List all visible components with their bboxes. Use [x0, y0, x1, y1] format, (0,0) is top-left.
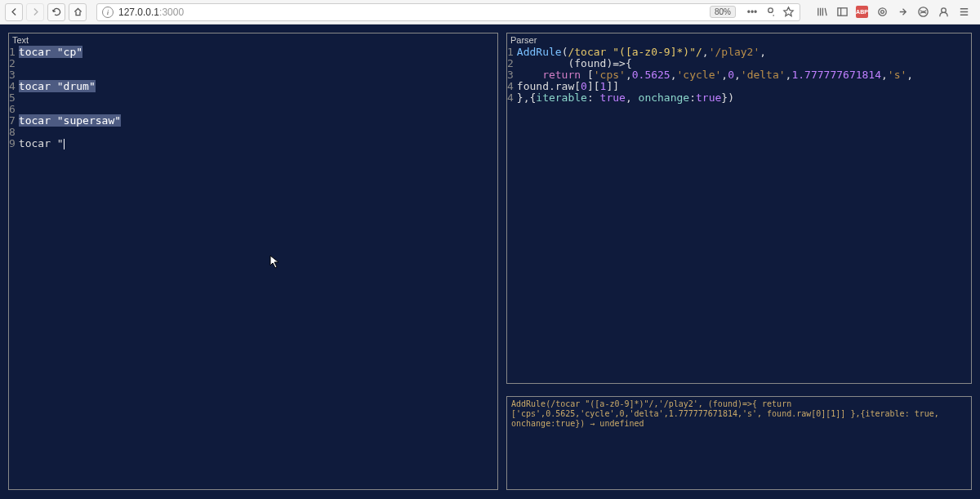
app-content: Text 123456789 tocar "cp"tocar "drum"toc…: [0, 25, 980, 499]
code-line[interactable]: [19, 127, 121, 138]
code-line[interactable]: [19, 69, 121, 81]
code-line[interactable]: tocar "cp": [19, 47, 121, 58]
code-line[interactable]: tocar "drum": [19, 81, 121, 92]
code-line[interactable]: [19, 104, 121, 115]
reader-icon[interactable]: [764, 6, 777, 19]
info-icon[interactable]: i: [102, 7, 114, 18]
extension-icon-2[interactable]: [896, 6, 909, 19]
extension-icon-1[interactable]: [875, 6, 889, 19]
browser-toolbar: i 127.0.0.1:3000 80% ••• ABP: [0, 0, 980, 25]
parser-panel: Parser 1 2 3 4 4 AddRule(/tocar "([a-z0-…: [506, 33, 972, 384]
abp-icon[interactable]: ABP: [856, 6, 868, 18]
code-line[interactable]: tocar ": [19, 138, 121, 149]
url-text: 127.0.0.1:3000: [118, 7, 184, 18]
extension-icon-3[interactable]: [916, 6, 929, 19]
parser-gutter: 1 2 3 4 4: [507, 47, 517, 104]
url-bar[interactable]: i 127.0.0.1:3000 80% •••: [96, 3, 800, 21]
console-panel: AddRule(/tocar "([a-z0-9]*)"/,'/play2', …: [506, 396, 972, 490]
forward-button[interactable]: [26, 3, 44, 21]
code-line[interactable]: [19, 58, 121, 69]
parser-editor[interactable]: 1 2 3 4 4 AddRule(/tocar "([a-z0-9]*)"/,…: [507, 47, 971, 104]
zoom-badge[interactable]: 80%: [710, 6, 736, 18]
console-log: AddRule(/tocar "([a-z0-9]*)"/,'/play2', …: [507, 397, 971, 431]
svg-rect-1: [837, 8, 846, 16]
svg-point-0: [768, 8, 773, 13]
code-line[interactable]: tocar "supersaw": [19, 115, 121, 127]
svg-point-3: [880, 11, 884, 14]
reload-button[interactable]: [47, 3, 65, 21]
text-panel: Text 123456789 tocar "cp"tocar "drum"toc…: [8, 33, 498, 490]
more-icon[interactable]: •••: [746, 6, 759, 19]
back-button[interactable]: [5, 3, 23, 21]
profile-icon[interactable]: [937, 6, 950, 19]
menu-icon[interactable]: [957, 6, 970, 19]
text-panel-title: Text: [9, 33, 497, 47]
right-toolbar: ABP: [810, 6, 975, 19]
home-button[interactable]: [69, 3, 87, 21]
parser-panel-title: Parser: [507, 33, 971, 47]
text-editor[interactable]: 123456789 tocar "cp"tocar "drum"tocar "s…: [9, 47, 497, 149]
sidebar-icon[interactable]: [835, 6, 849, 19]
code-line[interactable]: [19, 92, 121, 104]
svg-point-2: [878, 8, 885, 16]
bookmark-icon[interactable]: [782, 6, 795, 19]
parser-code[interactable]: AddRule(/tocar "([a-z0-9]*)"/,'/play2', …: [517, 47, 913, 104]
svg-point-4: [941, 8, 946, 13]
library-icon[interactable]: [815, 6, 828, 19]
